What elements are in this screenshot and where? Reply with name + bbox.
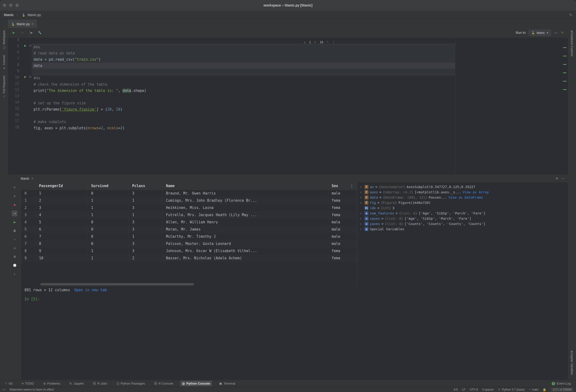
table-row[interactable]: 7803Palsson, Master. Gosta Leonardmale — [21, 240, 357, 247]
code-editor[interactable]: 456789101112131415161718 ▶ ▶ ⊟ ⊟ ⚠1 ✔16 — [8, 37, 568, 174]
table-row[interactable]: 8913Johnson, Mrs. Oscar W (Elisabeth Vil… — [21, 247, 357, 254]
more-icon[interactable]: ⋮ — [350, 184, 353, 188]
table-row[interactable]: 2313Heikkinen, Miss. Lainafema — [21, 204, 357, 211]
run-cell-icon[interactable]: ▶ — [22, 75, 29, 81]
close-icon[interactable]: × — [32, 22, 34, 26]
git-branch[interactable]: ⑂main — [529, 388, 538, 391]
tab-event-log[interactable]: 1Event Log — [550, 381, 573, 386]
edit-icon[interactable]: ✎ — [569, 13, 572, 17]
run-cell-icon[interactable]: ▶ — [22, 44, 29, 50]
file-tab-label: titanic.py — [17, 22, 30, 26]
run-in-select[interactable]: titanic ▾ — [529, 30, 551, 36]
python-icon — [531, 31, 535, 34]
open-in-new-tab-link[interactable]: Open in new tab — [74, 288, 107, 292]
cell-run-gutter: ▶ ▶ — [22, 38, 29, 174]
tab-python-packages[interactable]: ◫Python Packages — [115, 381, 147, 386]
add-icon[interactable]: ＋ — [12, 271, 18, 277]
table-row[interactable]: 91012Nasser, Mrs. Nicholas (Adele Achem)… — [21, 254, 357, 262]
tool-commit[interactable]: ✔Commit — [2, 55, 6, 70]
lock-icon[interactable]: 🔒 — [543, 388, 546, 391]
variables-panel[interactable]: ›F ax = {AxesSubplot} AxesSubplot(0.5477… — [357, 182, 535, 285]
editor-toolbar: ▶ ⌁ |▶ 🔧 Run in: titanic ▾ ▭ ↻ — [8, 28, 568, 37]
table-row[interactable]: 4503Allen, Mr. William Henrymale — [21, 219, 357, 226]
history-icon[interactable]: 🕘 — [12, 262, 18, 268]
debug-icon[interactable]: ⌁ — [12, 237, 18, 242]
rerun-icon[interactable]: ↻ — [12, 185, 18, 191]
console-prompt[interactable]: In [5]: — [21, 295, 568, 304]
run-icon[interactable]: ▶ — [12, 219, 18, 225]
more-icon[interactable]: ⋮ — [332, 39, 335, 45]
package-icon: ◫ — [116, 382, 119, 385]
run-icon[interactable]: ▶ — [11, 30, 16, 35]
r-console-icon: Ⓡ — [154, 381, 157, 386]
folder-icon: ▢ — [2, 46, 6, 49]
horizontal-scrollbar[interactable] — [21, 283, 357, 285]
tab-terminal[interactable]: ▣Terminal — [217, 381, 237, 386]
memory-indicator[interactable]: 1171 of 2500M — [550, 388, 574, 392]
tab-r-jobs[interactable]: ⓇR Jobs — [91, 381, 109, 387]
tool-jupyter-variables[interactable]: ≣Jupyter Variables — [570, 351, 574, 375]
console-tab-titanic[interactable]: titanic × — [18, 175, 36, 182]
breadcrumb-file[interactable]: titanic.py — [28, 13, 41, 17]
debug-icon[interactable]: ⌁ — [20, 30, 25, 35]
line-number-gutter: 456789101112131415161718 — [8, 38, 22, 174]
encoding[interactable]: UTF-8 — [470, 388, 478, 391]
r-icon: Ⓡ — [93, 381, 96, 386]
table-row[interactable]: 3411Futrelle, Mrs. Jacques Heath (Lily M… — [21, 211, 357, 219]
settings-icon[interactable]: ⚙ — [12, 254, 18, 260]
minimize-window-dot[interactable] — [9, 4, 12, 7]
tab-problems[interactable]: ⊘Problems — [41, 381, 62, 386]
chevron-right-icon[interactable]: › — [360, 185, 363, 189]
maximize-window-dot[interactable] — [15, 4, 19, 7]
status-message: Statement seems to have no effect — [9, 388, 54, 391]
print-icon[interactable]: 🖶 — [12, 228, 18, 234]
commit-icon: ✔ — [2, 66, 6, 70]
cursor-position[interactable]: 8:5 — [454, 388, 458, 391]
tool-pull-requests[interactable]: ⑂Pull Requests — [2, 76, 6, 98]
tab-git[interactable]: ⑂Git — [3, 381, 15, 386]
warning-icon: ⚠ — [304, 39, 306, 45]
wrench-icon[interactable]: 🔧 — [37, 30, 42, 35]
tips-icon[interactable]: ▭ — [2, 388, 5, 391]
interpreter[interactable]: ↻Python 3.7 (base) — [498, 388, 525, 391]
minimize-icon[interactable]: — — [562, 177, 565, 180]
breadcrumb-project[interactable]: titanic — [4, 13, 14, 17]
close-icon[interactable]: × — [31, 177, 33, 180]
tool-database-explorer[interactable]: ≣Database Explorer — [570, 30, 574, 56]
layout-icon[interactable]: ▭ — [553, 30, 558, 35]
infinity-icon[interactable]: ∞ — [12, 245, 18, 251]
tab-todo[interactable]: ≡TODO — [20, 381, 36, 386]
indent[interactable]: 4 spaces — [482, 388, 494, 391]
code-area[interactable]: ⚠1 ✔16 ⌃ ⋮ #%% # read data as data data … — [32, 38, 455, 174]
gear-icon[interactable]: ⚙ — [556, 177, 558, 180]
stop-icon[interactable]: ■ — [12, 202, 18, 208]
view-as-array-link[interactable]: View as Array — [462, 190, 489, 194]
list-icon: ≡ — [22, 382, 24, 385]
window-controls — [3, 4, 19, 7]
branch-icon: ⑂ — [2, 95, 6, 98]
line-separator[interactable]: LF — [462, 388, 465, 391]
soft-wrap-icon[interactable]: ≡ — [12, 193, 18, 199]
table-row[interactable]: 6701McCarthy, Mr. Timothy Jmale — [21, 233, 357, 240]
breadcrumb: titanic 〉 titanic.py ✎ — [0, 11, 576, 19]
step-icon[interactable]: |▶ — [29, 30, 33, 35]
table-row[interactable]: 0103Braund, Mr. Owen Harrismale — [21, 190, 357, 197]
branch-icon: ⑂ — [529, 388, 531, 391]
table-row[interactable]: 5603Moran, Mr. Jamesmale — [21, 226, 357, 233]
sync-icon[interactable]: ↻ — [560, 30, 565, 35]
close-window-dot[interactable] — [3, 4, 6, 7]
inspection-widget[interactable]: ⚠1 ✔16 ⌃ ⋮ — [304, 39, 335, 45]
dataframe-viewer[interactable]: PassengerId Survived Pclass Name Sex⋮ 01… — [21, 182, 357, 285]
left-tool-strip: ▢Workspace ✔Commit ⑂Pull Requests — [0, 28, 8, 380]
file-tab-titanic[interactable]: titanic.py × — [8, 20, 37, 28]
chevron-up-icon[interactable]: ⌃ — [327, 39, 329, 45]
attach-debugger-icon[interactable]: ⇥ — [12, 211, 18, 216]
tab-jupyter[interactable]: ↻Jupyter — [67, 381, 86, 386]
tab-r-console[interactable]: ⓇR Console — [152, 381, 175, 387]
tool-workspace[interactable]: ▢Workspace — [2, 30, 6, 49]
view-as-dataframe-link[interactable]: View as DataFrame — [448, 196, 483, 199]
tab-python-console[interactable]: ◎Python Console — [180, 381, 212, 386]
editor-minimap[interactable] — [455, 38, 568, 174]
table-row[interactable]: 1211Cumings, Mrs. John Bradley (Florence… — [21, 197, 357, 204]
window-title: workspace – titanic.py [titanic] — [263, 3, 313, 7]
